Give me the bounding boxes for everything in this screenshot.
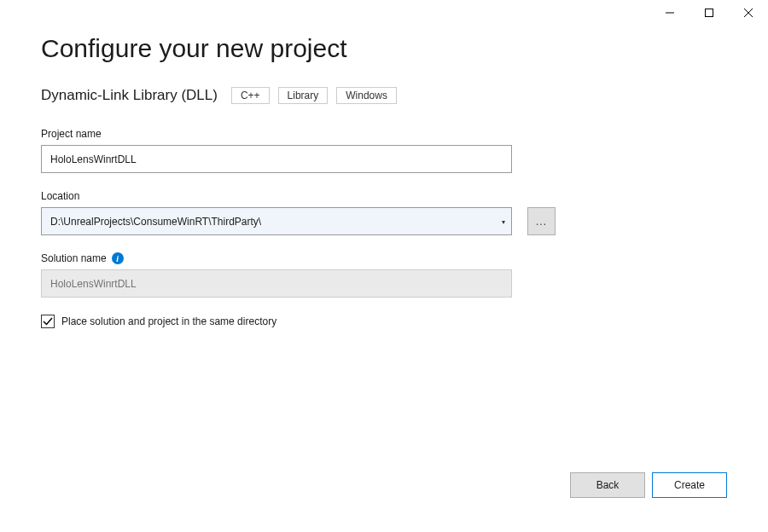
close-icon (744, 9, 753, 17)
tag-item: Windows (336, 87, 397, 104)
checkmark-icon (43, 316, 53, 327)
template-tags: C++ Library Windows (231, 87, 397, 104)
minimize-button[interactable] (650, 0, 689, 26)
maximize-button[interactable] (689, 0, 729, 26)
project-name-label: Project name (41, 128, 727, 140)
page-title: Configure your new project (41, 34, 727, 63)
location-select-wrap: ▾ (41, 207, 512, 235)
svg-rect-1 (706, 9, 713, 17)
solution-name-label-text: Solution name (41, 252, 107, 264)
window-controls (650, 0, 768, 26)
dialog-content: Configure your new project Dynamic-Link … (0, 0, 768, 328)
create-button[interactable]: Create (652, 472, 727, 498)
browse-button[interactable]: ... (527, 207, 556, 235)
maximize-icon (705, 9, 713, 17)
back-button[interactable]: Back (570, 472, 645, 498)
same-directory-row: Place solution and project in the same d… (41, 315, 727, 328)
subtitle-row: Dynamic-Link Library (DLL) C++ Library W… (41, 87, 727, 104)
location-label: Location (41, 190, 727, 202)
solution-name-input (41, 269, 512, 298)
project-name-group: Project name (41, 128, 727, 173)
location-combobox[interactable] (41, 207, 512, 235)
solution-name-group: Solution name i (41, 252, 727, 298)
location-group: Location ▾ ... (41, 190, 727, 235)
tag-item: Library (278, 87, 329, 104)
minimize-icon (666, 9, 674, 17)
dialog-footer: Back Create (570, 472, 727, 498)
solution-name-label: Solution name i (41, 252, 727, 264)
close-button[interactable] (729, 0, 768, 26)
location-row: ▾ ... (41, 207, 727, 235)
project-name-input[interactable] (41, 145, 512, 173)
project-template-name: Dynamic-Link Library (DLL) (41, 87, 218, 104)
tag-item: C++ (231, 87, 270, 104)
same-directory-checkbox[interactable] (41, 315, 55, 328)
same-directory-label: Place solution and project in the same d… (61, 315, 276, 327)
info-icon: i (112, 252, 124, 264)
